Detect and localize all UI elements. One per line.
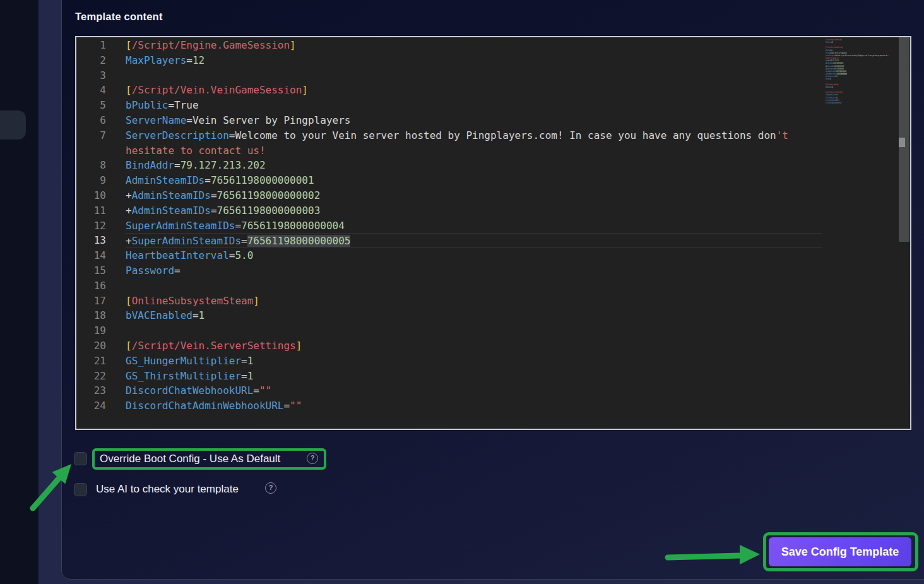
code-token: /Script/Vein.VeinGameSession [826,47,843,49]
code-token: bPublic [126,99,168,111]
line-content[interactable]: hesitate to contact us! [126,143,266,158]
line-number: 21 [76,354,106,369]
code-token: =True [168,99,198,111]
code-token: 1 [832,86,833,88]
code-token: ] [842,92,843,93]
code-line[interactable]: 9AdminSteamIDs=76561198000000001 [76,173,910,188]
code-token: [ [126,340,132,352]
code-line[interactable]: 3 [76,68,910,83]
line-content[interactable]: ServerDescription=Welcome to your Vein s… [126,128,788,143]
line-content[interactable]: ServerName=Vein Server by Pingplayers [126,113,350,128]
override-boot-config-checkbox[interactable] [74,452,87,465]
code-line[interactable]: 5bPublic=True [76,98,910,113]
code-lines[interactable]: 1[/Script/Engine.GameSession]2MaxPlayers… [76,38,910,414]
code-line[interactable]: 23DiscordChatWebhookURL="" [76,383,910,398]
line-content[interactable]: HeartbeatInterval=5.0 [126,248,253,263]
line-content[interactable]: [/Script/Vein.ServerSettings] [126,338,302,354]
line-content[interactable]: [OnlineSubsystemSteam] [126,294,259,309]
code-token: + [126,205,132,217]
app-sidebar [0,0,38,584]
code-token: = [192,309,199,321]
line-content[interactable]: BindAddr=79.127.213.202 [126,158,266,173]
code-token: 5.0 [235,249,253,261]
code-token: Password [826,78,830,80]
code-token: AdminSteamIDs [826,65,834,67]
line-number: 18 [76,308,106,323]
code-line[interactable]: hesitate to contact us! [76,143,910,158]
code-token: ] [296,340,302,352]
config-code-editor[interactable]: 1[/Script/Engine.GameSession]2MaxPlayers… [75,36,911,430]
code-token: = [235,220,241,232]
code-token: ] [841,39,842,40]
code-token: ] [843,47,843,49]
line-content[interactable]: [/Script/Engine.GameSession] [126,38,296,53]
help-icon[interactable]: ? [265,482,276,494]
line-content[interactable]: bVACEnabled=1 [126,308,204,323]
code-line[interactable]: 24DiscordChatAdminWebhookURL="" [76,398,910,414]
code-token: ] [290,39,296,51]
code-token: /Script/Vein.ServerSettings [826,92,842,93]
code-line[interactable]: 1[/Script/Engine.GameSession] [76,38,910,53]
code-token: = [211,189,217,201]
code-line[interactable]: 6ServerName=Vein Server by Pingplayers [76,113,910,128]
code-token: bVACEnabled [126,309,192,321]
code-line[interactable]: 7ServerDescription=Welcome to your Vein … [76,128,910,143]
line-content[interactable]: +AdminSteamIDs=76561198000000003 [126,203,320,218]
code-token: =Welcome to your Vein server hosted by P… [229,129,776,141]
help-icon[interactable]: ? [307,453,318,464]
code-line[interactable]: 21GS_HungerMultiplier=1 [76,354,910,369]
line-content[interactable]: GS_HungerMultiplier=1 [126,354,253,369]
code-token: 76561198000000003 [217,205,321,217]
code-token: AdminSteamIDs [126,174,204,186]
line-number: 6 [76,113,106,128]
line-content[interactable]: MaxPlayers=12 [126,53,204,68]
line-content[interactable]: DiscordChatWebhookURL="" [126,383,271,398]
code-token: /Script/Vein.VeinGameSession [132,84,302,96]
code-line[interactable]: 4[/Script/Vein.VeinGameSession] [76,83,910,98]
line-number: 19 [76,323,106,338]
line-number: 3 [76,68,106,83]
code-token: = [229,249,235,261]
line-number: 15 [76,263,106,278]
code-line[interactable]: 19 [76,323,910,338]
line-content[interactable]: [/Script/Vein.VeinGameSession] [126,83,308,98]
line-content[interactable]: +AdminSteamIDs=76561198000000002 [126,188,320,203]
code-token: 't [776,129,788,141]
line-content[interactable]: Password= [126,263,181,278]
code-line[interactable]: 15Password= [76,263,910,278]
code-token: + [126,189,132,201]
line-content[interactable]: +SuperAdminSteamIDs=76561198000000005 [126,233,822,248]
code-line[interactable]: 17[OnlineSubsystemSteam] [76,294,910,309]
sidebar-drawer-handle[interactable] [0,110,26,140]
line-content[interactable]: GS_ThirstMultiplier=1 [126,369,253,384]
code-line[interactable]: 2MaxPlayers=12 [76,53,910,68]
code-token: = [241,355,247,367]
code-token: = [204,174,211,186]
code-line[interactable]: 18bVACEnabled=1 [76,308,910,323]
line-content[interactable]: DiscordChatAdminWebhookURL="" [126,398,302,414]
save-config-template-button[interactable]: Save Config Template [769,537,911,566]
code-token: = [253,384,259,396]
code-line[interactable]: 13+SuperAdminSteamIDs=76561198000000005 [76,233,910,248]
code-token: [ [126,84,132,96]
code-line[interactable]: 10+AdminSteamIDs=76561198000000002 [76,188,910,203]
code-token: hesitate to contact us! [126,145,266,157]
line-number: 4 [76,83,106,98]
code-line[interactable]: 16 [76,278,910,294]
code-token: = [283,400,290,412]
editor-minimap[interactable]: [/Script/Engine.GameSession]MaxPlayers=1… [826,39,901,104]
code-token: =Welcome to your Vein server hosted by P… [836,54,887,56]
line-content[interactable]: bPublic=True [126,98,199,113]
code-line[interactable]: 20[/Script/Vein.ServerSettings] [76,338,910,354]
code-token: HeartbeatInterval [826,76,836,78]
line-content[interactable]: AdminSteamIDs=76561198000000001 [126,173,314,188]
code-token: SuperAdminSteamIDs [132,235,241,247]
code-line[interactable]: 8BindAddr=79.127.213.202 [76,158,910,173]
code-line[interactable]: 22GS_ThirstMultiplier=1 [76,369,910,384]
code-line[interactable]: 14HeartbeatInterval=5.0 [76,248,910,263]
line-number: 10 [76,188,106,203]
line-content[interactable]: SuperAdminSteamIDs=76561198000000004 [126,218,345,234]
code-line[interactable]: 11+AdminSteamIDs=76561198000000003 [76,203,910,218]
code-line[interactable]: 12SuperAdminSteamIDs=76561198000000004 [76,218,910,234]
use-ai-check-checkbox[interactable] [74,483,87,496]
